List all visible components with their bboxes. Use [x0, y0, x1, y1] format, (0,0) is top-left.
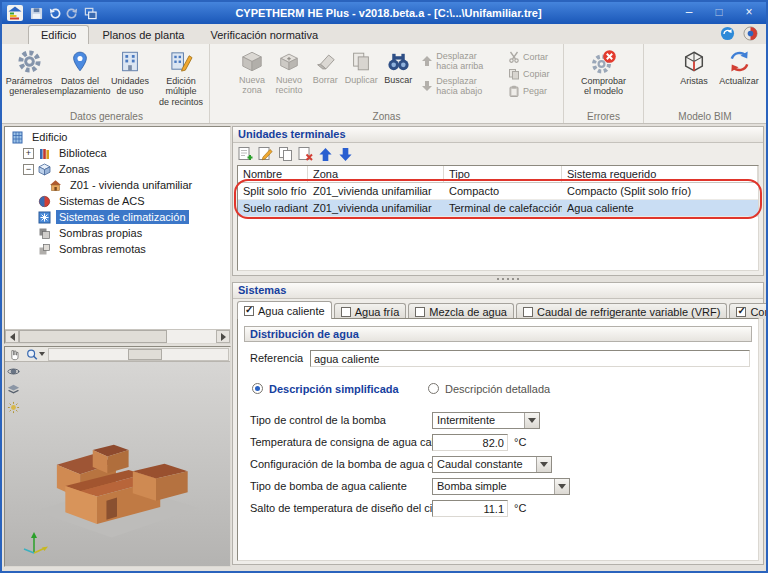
chevron-down-icon: [554, 479, 569, 494]
ribbon-group-errores: Comprobar el modelo Errores: [564, 44, 644, 123]
refresh-arrows-icon: [727, 48, 752, 75]
cortar-button[interactable]: Cortar: [508, 51, 563, 65]
temperatura-consigna-input[interactable]: [432, 434, 508, 451]
parametros-generales-button[interactable]: Parámetros generales: [4, 47, 54, 107]
desplazar-arriba-button[interactable]: Desplazar hacia arriba: [421, 51, 503, 73]
checkbox-icon[interactable]: [415, 307, 425, 317]
datos-emplazamiento-button[interactable]: Datos del emplazamiento: [54, 47, 106, 107]
referencia-input[interactable]: [310, 350, 750, 367]
titlebar: CYPETHERM HE Plus - v2018.beta.a - [C:\.…: [2, 2, 766, 24]
scrollbar-thumb[interactable]: [128, 349, 162, 360]
tree-item-edificio[interactable]: Edificio: [5, 129, 230, 145]
tipo-bomba-select[interactable]: Bomba simple: [432, 478, 570, 495]
checkbox-checked-icon[interactable]: [736, 307, 746, 317]
tipo-control-bomba-select[interactable]: Intermitente: [432, 412, 540, 429]
tree-horizontal-scrollbar[interactable]: [5, 329, 230, 343]
scrollbar-thumb[interactable]: [19, 330, 167, 343]
table-row-split-solo-frio[interactable]: Split solo frío Z01_vivienda unifamiliar…: [238, 183, 758, 200]
column-tipo[interactable]: Tipo: [444, 166, 562, 182]
add-button[interactable]: [237, 146, 254, 162]
tree-item-z01-vivienda[interactable]: Z01 - vivienda unifamiliar: [5, 177, 230, 193]
agua-caliente-panel: Distribución de agua Referencia Descripc…: [237, 318, 759, 561]
table-row-suelo-radiante[interactable]: Suelo radiante Z01_vivienda unifamiliar …: [238, 200, 758, 217]
tab-planos-de-planta[interactable]: Planos de planta: [89, 25, 197, 44]
checkbox-icon[interactable]: [341, 307, 351, 317]
zoom-magnifier-icon[interactable]: [23, 347, 47, 361]
tree-item-sombras-propias[interactable]: Sombras propias: [5, 225, 230, 241]
help-icon[interactable]: [743, 26, 758, 43]
nueva-zona-button[interactable]: Nueva zona: [234, 47, 270, 102]
ribbon-tab-row: Edificio Planos de planta Verificación n…: [2, 24, 766, 44]
climate-snowflake-icon: [38, 211, 52, 224]
column-zona[interactable]: Zona: [308, 166, 444, 182]
viewport-toolbar: [5, 347, 230, 362]
move-down-button[interactable]: [337, 146, 354, 162]
tree-item-sistemas-climatizacion[interactable]: Sistemas de climatización: [5, 209, 230, 225]
pegar-button[interactable]: Pegar: [508, 85, 563, 99]
tree-item-sombras-remotas[interactable]: Sombras remotas: [5, 241, 230, 257]
viewport-horizontal-scrollbar[interactable]: [48, 348, 229, 361]
borrar-button[interactable]: Borrar: [308, 47, 342, 102]
close-button[interactable]: ×: [738, 5, 760, 21]
unidades-de-uso-button[interactable]: Unidades de uso: [106, 47, 154, 107]
tree-item-biblioteca[interactable]: + Biblioteca: [5, 145, 230, 161]
move-up-button[interactable]: [317, 146, 334, 162]
checkbox-checked-icon[interactable]: [244, 306, 254, 316]
redo-button[interactable]: [63, 5, 81, 21]
tab-caudal-refrigerante-vrf[interactable]: Caudal de refrigerante variable (VRF): [516, 303, 727, 319]
chevron-down-icon: [536, 457, 551, 472]
aristas-button[interactable]: Aristas: [672, 47, 716, 86]
house-icon: [49, 179, 63, 192]
tree-item-sistemas-acs[interactable]: Sistemas de ACS: [5, 193, 230, 209]
column-nombre[interactable]: Nombre: [238, 166, 308, 182]
terminal-units-header: Unidades terminales: [233, 127, 763, 143]
pan-hand-icon[interactable]: [5, 347, 23, 361]
save-button[interactable]: [27, 5, 45, 21]
tab-agua-fria[interactable]: Agua fría: [334, 303, 407, 319]
copy-button[interactable]: [277, 146, 294, 162]
comprobar-modelo-button[interactable]: Comprobar el modelo: [573, 47, 635, 97]
maximize-button[interactable]: □: [708, 5, 730, 21]
library-icon: [38, 147, 52, 160]
3d-canvas[interactable]: [5, 362, 230, 566]
scroll-right-button[interactable]: [216, 330, 230, 343]
buscar-button[interactable]: Buscar: [380, 47, 416, 102]
edit-button[interactable]: [257, 146, 274, 162]
tab-compacto[interactable]: Compacto: [729, 303, 768, 319]
unit-label: °C: [514, 502, 526, 514]
tab-agua-caliente[interactable]: Agua caliente: [237, 301, 332, 319]
tab-edificio[interactable]: Edificio: [28, 25, 89, 44]
nuevo-recinto-button[interactable]: Nuevo recinto: [270, 47, 308, 102]
collapse-icon[interactable]: −: [23, 164, 34, 175]
minimize-button[interactable]: –: [678, 5, 700, 21]
radio-descripcion-simplificada[interactable]: [252, 383, 263, 394]
app-window: CYPETHERM HE Plus - v2018.beta.a - [C:\.…: [0, 0, 768, 573]
tab-mezcla-de-agua[interactable]: Mezcla de agua: [408, 303, 514, 319]
house-3d-model: [27, 410, 207, 545]
edicion-multiple-recintos-button[interactable]: Edición múltiple de recintos: [154, 47, 208, 107]
undo-button[interactable]: [45, 5, 63, 21]
light-icon[interactable]: [6, 400, 20, 414]
binoculars-icon: [386, 48, 411, 75]
actualizar-button[interactable]: Actualizar: [716, 47, 762, 86]
column-sistema-requerido[interactable]: Sistema requerido: [562, 166, 758, 182]
tree-item-zonas[interactable]: − Zonas: [5, 161, 230, 177]
checkbox-icon[interactable]: [523, 307, 533, 317]
group-label-zonas: Zonas: [210, 111, 563, 122]
radio-descripcion-detallada[interactable]: [428, 383, 439, 394]
update-icon[interactable]: [720, 26, 735, 43]
copiar-button[interactable]: Copiar: [508, 68, 563, 82]
desplazar-abajo-button[interactable]: Desplazar hacia abajo: [421, 76, 503, 98]
scroll-left-button[interactable]: [5, 330, 19, 343]
layers-icon[interactable]: [6, 382, 20, 396]
tab-verificacion-normativa[interactable]: Verificación normativa: [197, 25, 331, 44]
cascade-windows-button[interactable]: [81, 5, 99, 21]
duplicar-button[interactable]: Duplicar: [342, 47, 380, 102]
delete-button[interactable]: [297, 146, 314, 162]
expand-icon[interactable]: +: [23, 148, 34, 159]
orbit-icon[interactable]: [6, 364, 20, 378]
configuracion-bomba-select[interactable]: Caudal constante: [432, 456, 552, 473]
cube-new-zone-icon: [240, 48, 264, 75]
salto-temperatura-input[interactable]: [432, 500, 508, 517]
remote-shadows-icon: [38, 243, 52, 256]
